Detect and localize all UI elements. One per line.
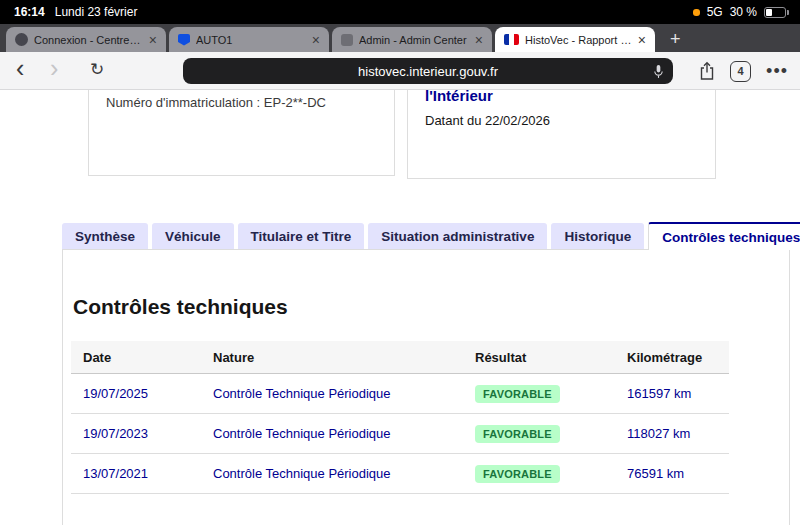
inspection-date: 13/07/2021 [71, 466, 201, 481]
more-menu-icon[interactable]: ••• [766, 61, 788, 82]
result-badge: FAVORABLE [475, 385, 560, 403]
status-date: Lundi 23 février [55, 5, 138, 19]
reload-button[interactable]: ↻ [90, 61, 104, 78]
tab-controles-techniques[interactable]: Contrôles techniques [648, 222, 800, 250]
auto1-favicon-icon [178, 34, 190, 46]
french-flag-favicon-icon [504, 34, 519, 45]
url-text: histovec.interieur.gouv.fr [358, 64, 498, 79]
share-icon[interactable] [699, 61, 715, 81]
inspection-date: 19/07/2025 [71, 386, 201, 401]
table-header-row: Date Nature Résultat Kilométrage [71, 341, 729, 374]
report-tabs: Synthèse Véhicule Titulaire et Titre Sit… [62, 222, 800, 250]
certificate-card: l'Intérieur Datant du 22/02/2026 [407, 90, 716, 179]
battery-percent: 30 % [730, 5, 757, 19]
inspection-km: 161597 km [615, 386, 729, 401]
tab-historique[interactable]: Historique [551, 223, 644, 250]
close-tab-icon[interactable]: × [475, 33, 483, 47]
network-label: 5G [707, 5, 723, 19]
browser-tab-histovec[interactable]: HistoVec - Rapport vende... × [495, 27, 655, 52]
inspection-date: 19/07/2023 [71, 426, 201, 441]
mic-icon[interactable] [653, 64, 664, 79]
tab-situation-administrative[interactable]: Situation administrative [368, 223, 547, 250]
section-title: Contrôles techniques [73, 295, 781, 319]
mic-in-use-indicator-icon [693, 9, 700, 16]
browser-tab-auto1[interactable]: AUTO1 × [169, 27, 329, 52]
browser-tab-bar: Connexion - Centre d'ad... × AUTO1 × Adm… [0, 24, 800, 52]
battery-icon [764, 7, 786, 18]
inspection-nature: Contrôle Technique Périodique [201, 386, 463, 401]
inspection-nature: Contrôle Technique Périodique [201, 466, 463, 481]
tab-title: Connexion - Centre d'ad... [34, 34, 143, 46]
table-row: 19/07/2025 Contrôle Technique Périodique… [71, 374, 729, 414]
tab-title: HistoVec - Rapport vende... [525, 34, 632, 46]
registration-card: Numéro d'immatriculation : EP-2**-DC [88, 90, 395, 176]
result-badge: FAVORABLE [475, 465, 560, 483]
registration-number: Numéro d'immatriculation : EP-2**-DC [106, 95, 394, 110]
column-header-date: Date [71, 350, 201, 365]
result-badge: FAVORABLE [475, 425, 560, 443]
tab-synthese[interactable]: Synthèse [62, 223, 148, 250]
browser-tab-connexion[interactable]: Connexion - Centre d'ad... × [6, 27, 166, 52]
address-bar[interactable]: histovec.interieur.gouv.fr [183, 58, 673, 84]
back-button[interactable]: ‹ [16, 56, 24, 81]
column-header-kilometrage: Kilométrage [615, 350, 729, 365]
tab-title: Admin - Admin Center [359, 34, 469, 46]
close-tab-icon[interactable]: × [312, 33, 320, 47]
browser-tab-admin[interactable]: Admin - Admin Center × [332, 27, 492, 52]
close-tab-icon[interactable]: × [638, 33, 646, 47]
browser-toolbar: ‹ › ↻ histovec.interieur.gouv.fr 4 ••• [0, 52, 800, 90]
clock: 16:14 [14, 5, 45, 19]
table-row: 19/07/2023 Contrôle Technique Périodique… [71, 414, 729, 454]
certificate-title: l'Intérieur [425, 90, 715, 104]
tab-titulaire-et-titre[interactable]: Titulaire et Titre [238, 223, 365, 250]
globe-favicon-icon [15, 33, 28, 46]
tab-count: 4 [738, 65, 744, 77]
tab-title: AUTO1 [196, 34, 306, 46]
certificate-date: Datant du 22/02/2026 [425, 113, 715, 128]
inspection-km: 118027 km [615, 426, 729, 441]
technical-inspections-table: Date Nature Résultat Kilométrage 19/07/2… [71, 341, 729, 494]
close-tab-icon[interactable]: × [149, 33, 157, 47]
tab-panel: Contrôles techniques Date Nature Résulta… [62, 249, 790, 525]
histovec-page: Numéro d'immatriculation : EP-2**-DC l'I… [0, 90, 800, 525]
tabs-overview-button[interactable]: 4 [730, 61, 751, 82]
column-header-resultat: Résultat [463, 350, 615, 365]
column-header-nature: Nature [201, 350, 463, 365]
inspection-nature: Contrôle Technique Périodique [201, 426, 463, 441]
admin-favicon-icon [341, 34, 353, 46]
forward-button[interactable]: › [50, 56, 58, 81]
table-row: 13/07/2021 Contrôle Technique Périodique… [71, 454, 729, 494]
tab-vehicule[interactable]: Véhicule [152, 223, 234, 250]
inspection-km: 76591 km [615, 466, 729, 481]
new-tab-button[interactable]: + [670, 30, 681, 48]
status-bar: 16:14 Lundi 23 février 5G 30 % [0, 0, 800, 24]
